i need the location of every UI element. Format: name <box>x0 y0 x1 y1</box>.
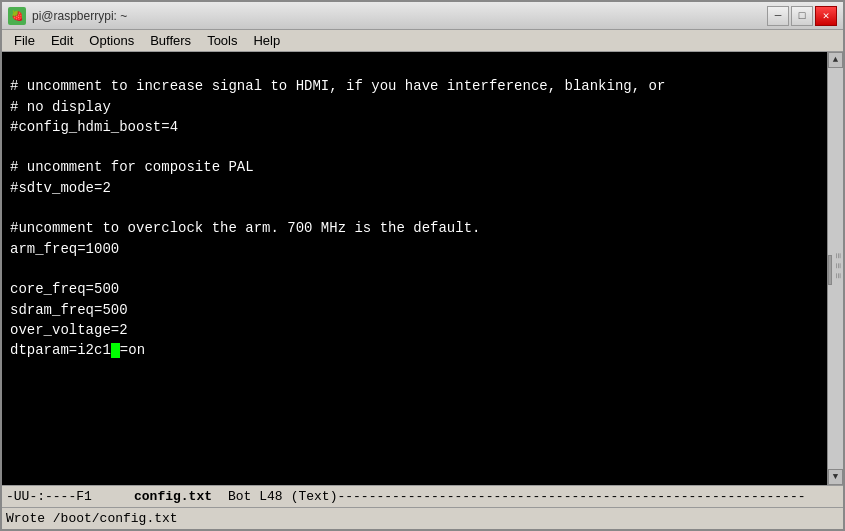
bottom-message: Wrote /boot/config.txt <box>6 511 178 526</box>
line-3: # no display <box>10 97 819 117</box>
scrollbar-down-button[interactable]: ▼ <box>828 469 843 485</box>
menu-options[interactable]: Options <box>81 31 142 50</box>
editor-area[interactable]: # uncomment to increase signal to HDMI, … <box>2 52 843 485</box>
titlebar: 🍓 pi@raspberrypi: ~ ─ □ ✕ <box>2 2 843 30</box>
status-type: (Text)----------------------------------… <box>291 489 839 504</box>
bottombar: Wrote /boot/config.txt <box>2 507 843 529</box>
scrollbar-track[interactable]: ≡≡≡ <box>828 68 843 469</box>
line-11 <box>10 259 819 279</box>
menu-help[interactable]: Help <box>245 31 288 50</box>
line-2: # uncomment to increase signal to HDMI, … <box>10 76 819 96</box>
line-10: arm_freq=1000 <box>10 239 819 259</box>
menu-file[interactable]: File <box>6 31 43 50</box>
minimize-button[interactable]: ─ <box>767 6 789 26</box>
maximize-button[interactable]: □ <box>791 6 813 26</box>
line-9: #uncomment to overclock the arm. 700 MHz… <box>10 218 819 238</box>
editor-content[interactable]: # uncomment to increase signal to HDMI, … <box>2 52 827 485</box>
line-1 <box>10 56 819 76</box>
menu-edit[interactable]: Edit <box>43 31 81 50</box>
line-12: core_freq=500 <box>10 279 819 299</box>
menu-tools[interactable]: Tools <box>199 31 245 50</box>
line-5 <box>10 137 819 157</box>
line-8 <box>10 198 819 218</box>
window-title: pi@raspberrypi: ~ <box>32 9 767 23</box>
line-4: #config_hdmi_boost=4 <box>10 117 819 137</box>
scrollbar-decoration: ≡≡≡ <box>832 253 843 283</box>
app-icon: 🍓 <box>8 7 26 25</box>
line-7: #sdtv_mode=2 <box>10 178 819 198</box>
close-button[interactable]: ✕ <box>815 6 837 26</box>
status-position: Bot L48 <box>228 489 283 504</box>
scrollbar-up-button[interactable]: ▲ <box>828 52 843 68</box>
status-mode: -UU-:----F1 <box>6 489 126 504</box>
line-14: over_voltage=2 <box>10 320 819 340</box>
menu-buffers[interactable]: Buffers <box>142 31 199 50</box>
text-cursor <box>111 343 120 358</box>
status-filename: config.txt <box>134 489 212 504</box>
line-15: dtparam=i2c1=on <box>10 340 819 360</box>
menubar: File Edit Options Buffers Tools Help <box>2 30 843 52</box>
statusbar: -UU-:----F1 config.txt Bot L48 (Text)---… <box>2 485 843 507</box>
window-controls: ─ □ ✕ <box>767 6 837 26</box>
scrollbar[interactable]: ▲ ≡≡≡ ▼ <box>827 52 843 485</box>
line-6: # uncomment for composite PAL <box>10 157 819 177</box>
terminal-window: 🍓 pi@raspberrypi: ~ ─ □ ✕ File Edit Opti… <box>0 0 845 531</box>
line-13: sdram_freq=500 <box>10 300 819 320</box>
